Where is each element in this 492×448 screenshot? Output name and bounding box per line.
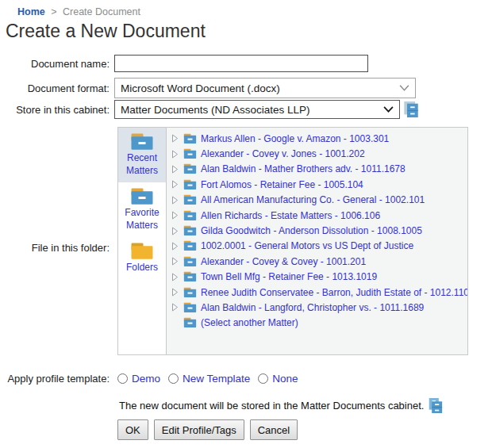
- matter-folder-icon: [183, 194, 197, 205]
- storage-note-text: The new document will be stored in the M…: [119, 400, 424, 412]
- matter-list-item-label: Alan Baldwin - Langford, Christopher vs.…: [201, 302, 424, 313]
- radio-option-label: None: [272, 373, 298, 385]
- profile-template-radio-option[interactable]: Demo: [117, 373, 160, 385]
- profile-template-radio-option[interactable]: New Template: [168, 373, 250, 385]
- matter-list-item-label: Alexander - Covey & Covey - 1001.201: [201, 256, 366, 267]
- expand-triangle-icon[interactable]: [171, 273, 179, 281]
- cabinet-value: Matter Documents (ND Associates LLP): [121, 104, 310, 116]
- sidebar-item-label: Recent Matters: [126, 152, 158, 176]
- matter-list-item[interactable]: Alan Baldwin - Langford, Christopher vs.…: [171, 300, 467, 315]
- matter-list-item-label: 1002.0001 - General Motors vs US Dept of…: [201, 240, 413, 251]
- sidebar-item-label: Folders: [126, 262, 158, 273]
- breadcrumb-separator: >: [51, 6, 56, 17]
- cabinet-icon: [403, 101, 420, 118]
- matter-list-item[interactable]: Town Bell Mfg - Retainer Fee - 1013.1019: [171, 270, 467, 285]
- matter-list-item[interactable]: Alexander - Covey v. Jones - 1001.202: [171, 146, 467, 161]
- matter-list-item[interactable]: Markus Allen - Google v. Amazon - 1003.3…: [171, 131, 467, 146]
- folder-icon: [130, 242, 154, 261]
- matter-folder-icon: [130, 132, 154, 151]
- expand-triangle-icon[interactable]: [171, 242, 179, 251]
- edit-profile-tags-button[interactable]: Edit Profile/Tags: [154, 419, 244, 440]
- expand-triangle-icon[interactable]: [171, 288, 179, 297]
- matter-list-item-label: Fort Alomos - Retainer Fee - 1005.104: [201, 179, 363, 190]
- matter-folder-icon: [183, 317, 197, 328]
- matter-list-item-label: Town Bell Mfg - Retainer Fee - 1013.1019: [201, 271, 377, 282]
- expand-triangle-icon[interactable]: [171, 134, 179, 143]
- matter-folder-icon: [183, 133, 197, 144]
- storage-note: The new document will be stored in the M…: [119, 397, 443, 414]
- document-format-select[interactable]: Microsoft Word Document (.docx): [114, 78, 416, 98]
- document-name-label: Document name:: [0, 58, 114, 70]
- breadcrumb-current: Create Document: [63, 6, 140, 17]
- cancel-button[interactable]: Cancel: [250, 419, 298, 440]
- radio-icon: [168, 373, 179, 384]
- matter-folder-icon: [183, 271, 197, 282]
- matter-list: Markus Allen - Google v. Amazon - 1003.3…: [167, 128, 467, 354]
- matter-list-item[interactable]: Alexander - Covey & Covey - 1001.201: [171, 254, 467, 269]
- cabinet-row: Store in this cabinet: Matter Documents …: [0, 100, 421, 119]
- breadcrumb-home-link[interactable]: Home: [17, 6, 45, 17]
- profile-template-radio-group: Demo New Template None: [117, 373, 298, 385]
- matter-list-item-label: (Select another Matter): [201, 317, 298, 328]
- matter-list-item[interactable]: (Select another Matter): [171, 316, 467, 331]
- matter-list-item-label: Markus Allen - Google v. Amazon - 1003.3…: [201, 133, 389, 144]
- matter-folder-icon: [183, 210, 197, 221]
- ok-button[interactable]: OK: [117, 419, 148, 440]
- cabinet-browse-button[interactable]: [402, 100, 421, 119]
- folder-browser-panel: Recent Matters Favorite Matters Folde: [117, 127, 468, 355]
- matter-folder-icon: [183, 148, 197, 159]
- matter-list-item[interactable]: Fort Alomos - Retainer Fee - 1005.104: [171, 177, 467, 192]
- chevron-down-icon: [398, 85, 410, 92]
- document-format-row: Document format: Microsoft Word Document…: [0, 78, 416, 98]
- matter-list-item-label: Alan Baldwin - Mather Brothers adv. - 10…: [201, 163, 406, 174]
- cabinet-icon: [428, 397, 443, 414]
- sidebar-item[interactable]: Folders: [118, 237, 166, 280]
- profile-template-label: Apply profile template:: [0, 373, 114, 385]
- matter-list-item-label: Allen Richards - Estate Matters - 1006.1…: [201, 210, 380, 221]
- matter-list-item[interactable]: Allen Richards - Estate Matters - 1006.1…: [171, 208, 467, 223]
- document-name-row: Document name:: [0, 55, 368, 72]
- sidebar-item[interactable]: Favorite Matters: [118, 182, 166, 237]
- expand-triangle-icon[interactable]: [171, 180, 179, 189]
- sidebar-item[interactable]: Recent Matters: [118, 128, 166, 182]
- matter-list-item[interactable]: 1002.0001 - General Motors vs US Dept of…: [171, 239, 467, 254]
- expand-triangle-icon[interactable]: [171, 257, 179, 266]
- matter-list-item-label: All American Manufacturing Co. - General…: [201, 194, 425, 205]
- expand-triangle-icon[interactable]: [171, 196, 179, 205]
- profile-template-row: Apply profile template: Demo New Templat…: [0, 373, 298, 385]
- file-in-folder-label: File in this folder:: [0, 242, 114, 254]
- matter-folder-icon: [183, 240, 197, 251]
- matter-folder-icon: [183, 163, 197, 174]
- cabinet-select[interactable]: Matter Documents (ND Associates LLP): [114, 100, 400, 119]
- matter-list-item[interactable]: Gilda Goodwitch - Anderson Dissolution -…: [171, 223, 467, 238]
- sidebar-item-label: Favorite Matters: [125, 207, 159, 231]
- cabinet-label: Store in this cabinet:: [0, 104, 114, 116]
- matter-folder-icon: [183, 302, 197, 313]
- action-buttons: OK Edit Profile/Tags Cancel: [117, 419, 298, 440]
- matter-folder-icon: [183, 179, 197, 190]
- matter-list-item-label: Alexander - Covey v. Jones - 1001.202: [201, 148, 365, 159]
- matter-list-item-label: Gilda Goodwitch - Anderson Dissolution -…: [201, 225, 422, 236]
- radio-option-label: New Template: [183, 373, 250, 385]
- document-name-input[interactable]: [114, 55, 368, 72]
- matter-folder-icon: [183, 287, 197, 298]
- matter-list-item[interactable]: All American Manufacturing Co. - General…: [171, 193, 467, 208]
- radio-option-label: Demo: [132, 373, 160, 385]
- matter-folder-icon: [183, 225, 197, 236]
- matter-list-item-label: Renee Judith Conservatee - Barron, Judit…: [201, 287, 467, 298]
- expand-triangle-icon[interactable]: [171, 165, 179, 174]
- document-format-label: Document format:: [0, 82, 114, 94]
- matter-list-item[interactable]: Renee Judith Conservatee - Barron, Judit…: [171, 285, 467, 300]
- expand-triangle-icon[interactable]: [171, 150, 179, 159]
- profile-template-radio-option[interactable]: None: [258, 373, 298, 385]
- expand-triangle-icon[interactable]: [171, 211, 179, 220]
- radio-icon: [258, 373, 268, 384]
- breadcrumb: Home > Create Document: [17, 6, 140, 17]
- expand-triangle-icon[interactable]: [171, 303, 179, 312]
- matter-nav-sidebar: Recent Matters Favorite Matters Folde: [118, 128, 167, 354]
- expand-triangle-icon[interactable]: [171, 227, 179, 235]
- matter-list-item[interactable]: Alan Baldwin - Mather Brothers adv. - 10…: [171, 162, 467, 177]
- matter-folder-icon: [183, 256, 197, 267]
- document-format-value: Microsoft Word Document (.docx): [121, 82, 280, 94]
- chevron-down-icon: [382, 106, 394, 113]
